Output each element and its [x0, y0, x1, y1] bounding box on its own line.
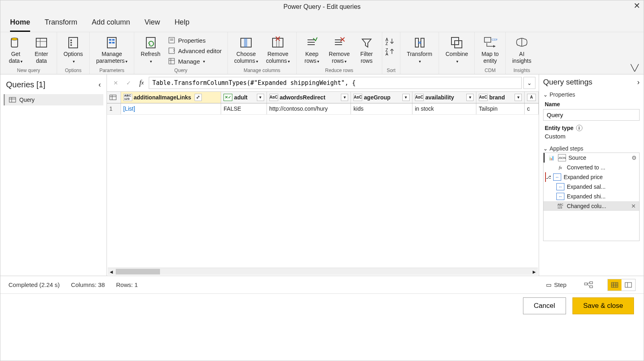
info-icon[interactable]: i: [576, 125, 582, 131]
column-header-adult[interactable]: ✕✓adult▾: [221, 92, 267, 103]
step-expanded-shipping[interactable]: ↔Expanded shi...: [544, 192, 639, 201]
fx-icon[interactable]: fx: [136, 77, 147, 89]
filter-rows-button[interactable]: Filter rows: [355, 34, 379, 66]
cell[interactable]: kids: [351, 103, 412, 114]
column-filter-icon[interactable]: ▾: [341, 94, 348, 101]
cell[interactable]: FALSE: [221, 103, 267, 114]
svg-text:CDM: CDM: [492, 38, 497, 41]
step-converted[interactable]: fxConverted to ...: [544, 163, 639, 172]
tab-transform[interactable]: Transform: [45, 16, 77, 32]
status-rows: Rows: 1: [116, 281, 138, 288]
keep-rows-icon: [305, 35, 319, 50]
svg-text:A: A: [386, 52, 388, 56]
sort-desc-button[interactable]: ZA: [386, 47, 397, 56]
collapse-left-icon[interactable]: ‹: [98, 80, 101, 89]
cell[interactable]: in stock: [412, 103, 476, 114]
column-filter-icon[interactable]: ▾: [402, 94, 410, 101]
manage-button[interactable]: Manage ▾: [165, 56, 224, 66]
group-manage-columns: Manage columns: [244, 66, 280, 73]
column-header-adwordsredirect[interactable]: ABCadwordsRedirect▾: [267, 92, 351, 103]
grid-view-button[interactable]: [608, 279, 621, 291]
svg-rect-13: [112, 42, 115, 43]
formula-cancel-icon[interactable]: ✕: [110, 77, 121, 89]
refresh-button[interactable]: Refresh▾: [137, 34, 164, 66]
advanced-editor-button[interactable]: Advanced editor: [165, 46, 224, 56]
options-button[interactable]: Options▾: [60, 34, 86, 66]
manage-parameters-button[interactable]: Manage parameters▾: [93, 34, 131, 66]
transform-button[interactable]: Transform▾: [404, 34, 435, 66]
cell[interactable]: Tailspin: [476, 103, 525, 114]
database-icon: [8, 35, 23, 50]
svg-rect-52: [110, 95, 116, 100]
tab-add-column[interactable]: Add column: [92, 16, 130, 32]
column-header-agegroup[interactable]: ABCageGroup▾: [351, 92, 412, 103]
step-label: Expanded price: [564, 174, 603, 180]
save-close-button[interactable]: Save & close: [572, 297, 634, 314]
step-expanded-price[interactable]: ⎇↔Expanded price: [544, 172, 639, 182]
expand-column-icon[interactable]: ⤢: [195, 94, 202, 101]
type-text-icon: ABC: [415, 94, 424, 101]
column-header-more[interactable]: A: [525, 92, 539, 103]
scroll-right-icon[interactable]: ▶: [531, 268, 538, 275]
step-label: Expanded shi...: [567, 193, 606, 200]
group-query: Query: [174, 66, 187, 73]
cell[interactable]: [List]: [121, 103, 221, 114]
column-header-additionalimagelinks[interactable]: ABC123additionalImageLinks⤢: [121, 92, 221, 103]
table-corner-button[interactable]: [107, 92, 121, 103]
column-header-brand[interactable]: ABCbrand▾: [476, 92, 525, 103]
sort-asc-button[interactable]: AZ: [386, 37, 397, 45]
ribbon-collapse-icon[interactable]: ╲╱: [631, 64, 639, 72]
delete-step-icon[interactable]: ✕: [631, 203, 636, 209]
scroll-thumb[interactable]: [116, 269, 160, 274]
column-filter-icon[interactable]: ▾: [257, 94, 264, 101]
gear-icon[interactable]: ⚙: [632, 155, 637, 161]
svg-rect-25: [273, 38, 283, 47]
remove-rows-icon: [332, 35, 347, 50]
cancel-button[interactable]: Cancel: [523, 297, 566, 314]
keep-rows-button[interactable]: Keep rows▾: [300, 34, 324, 66]
column-filter-icon[interactable]: ▾: [515, 94, 522, 101]
close-icon[interactable]: ✕: [634, 1, 640, 10]
step-expanded-sale[interactable]: ↔Expanded sal...: [544, 182, 639, 192]
svg-rect-46: [484, 37, 491, 42]
schema-view-button[interactable]: [621, 279, 635, 291]
step-button[interactable]: ▭Step: [543, 280, 570, 290]
cell[interactable]: http://contoso.com/hury: [267, 103, 351, 114]
group-sort: Sort: [387, 66, 396, 73]
query-name-input[interactable]: [543, 109, 640, 121]
applied-steps-toggle[interactable]: ⌄Applied steps: [543, 143, 640, 153]
enter-data-button[interactable]: Enter data: [29, 34, 53, 66]
horizontal-scrollbar[interactable]: ◀ ▶: [108, 268, 538, 275]
tab-view[interactable]: View: [144, 16, 160, 32]
step-changed-column-type[interactable]: ABC123Changed colu...✕: [544, 201, 639, 211]
tab-help[interactable]: Help: [174, 16, 189, 32]
column-header-availability[interactable]: ABCavailability▾: [412, 92, 476, 103]
combine-button[interactable]: Combine▾: [442, 34, 471, 66]
scroll-left-icon[interactable]: ◀: [108, 268, 115, 275]
diagram-view-button[interactable]: [581, 280, 596, 290]
remove-columns-button[interactable]: Remove columns▾: [263, 34, 293, 66]
choose-columns-button[interactable]: Choose columns▾: [231, 34, 261, 66]
step-icon: ▭: [546, 281, 552, 289]
formula-commit-icon[interactable]: ✓: [123, 77, 134, 89]
get-data-button[interactable]: Get data▾: [4, 34, 28, 66]
expand-right-icon[interactable]: ›: [637, 78, 640, 87]
tab-home[interactable]: Home: [10, 16, 30, 32]
formula-expand-icon[interactable]: ⌄: [523, 77, 535, 89]
status-columns: Columns: 38: [71, 281, 105, 288]
applied-steps-label: Applied steps: [550, 145, 583, 152]
choose-columns-label: Choose columns: [234, 51, 256, 64]
formula-input[interactable]: [149, 77, 522, 89]
cell[interactable]: c: [525, 103, 539, 114]
column-filter-icon[interactable]: ▾: [466, 94, 474, 101]
remove-rows-button[interactable]: Remove rows▾: [326, 34, 353, 66]
step-source[interactable]: 📊JSONSource⚙: [544, 153, 639, 163]
ai-insights-button[interactable]: AI insights: [509, 34, 534, 66]
properties-section-toggle[interactable]: ⌄Properties: [543, 89, 640, 99]
properties-label: Properties: [178, 37, 205, 44]
properties-button[interactable]: Properties: [165, 35, 224, 45]
table-row[interactable]: 1 [List] FALSE http://contoso.com/hury k…: [107, 103, 539, 114]
map-to-entity-button[interactable]: CDM Map to entity: [478, 34, 502, 66]
column-name: brand: [489, 94, 505, 101]
query-item[interactable]: Query: [4, 94, 103, 105]
